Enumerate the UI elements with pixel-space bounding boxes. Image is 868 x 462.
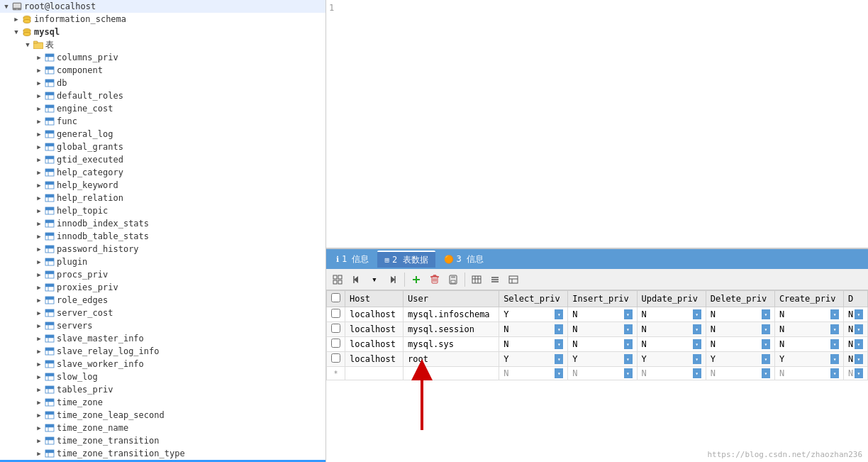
- cell-delete_priv[interactable]: N ▾: [706, 307, 774, 322]
- sidebar-item-table-time_zone_name[interactable]: ▶ time_zone_name: [0, 422, 326, 434]
- sidebar-item-table-password_history[interactable]: ▶ password_history: [0, 243, 326, 255]
- cell-insert_priv[interactable]: Y ▾: [568, 352, 637, 367]
- tab-data2[interactable]: ⊞ 2 表数据: [377, 251, 435, 268]
- col-delete-priv[interactable]: Delete_priv: [706, 291, 774, 307]
- dropdown-d[interactable]: ▾: [855, 354, 863, 364]
- col-select-priv[interactable]: Select_priv: [499, 291, 568, 307]
- dropdown-delete_priv[interactable]: ▾: [762, 324, 770, 334]
- table-row[interactable]: localhost mysql.infoschema Y ▾ N ▾ N ▾: [327, 307, 868, 322]
- sidebar-item-table-plugin[interactable]: ▶ plugin: [0, 255, 326, 268]
- dropdown-insert_priv[interactable]: ▾: [624, 309, 633, 319]
- cell-select_priv[interactable]: N ▾: [499, 322, 568, 337]
- new-dropdown-4[interactable]: ▾: [830, 368, 839, 378]
- col-view-button[interactable]: [468, 272, 485, 287]
- expand-columns_priv[interactable]: ▶: [34, 53, 44, 62]
- cell-select_priv[interactable]: N ▾: [499, 337, 568, 352]
- expand-proxies_priv[interactable]: ▶: [34, 282, 44, 292]
- dropdown-update_priv[interactable]: ▾: [693, 324, 701, 334]
- expand-db[interactable]: ▶: [34, 78, 44, 88]
- new-cell-5[interactable]: N ▾: [844, 367, 868, 380]
- nav-dropdown-button[interactable]: ▾: [366, 272, 383, 287]
- sidebar-item-table-gtid_executed[interactable]: ▶ gtid_executed: [0, 153, 326, 166]
- dropdown-create_priv[interactable]: ▾: [830, 324, 839, 334]
- expand-global_grants[interactable]: ▶: [34, 142, 44, 152]
- col-d[interactable]: D: [844, 291, 868, 307]
- sidebar-item-table-slave_relay_log_info[interactable]: ▶ slave_relay_log_info: [0, 345, 326, 358]
- cell-update_priv[interactable]: N ▾: [637, 337, 706, 352]
- new-dropdown-0[interactable]: ▾: [555, 368, 563, 378]
- expand-slow_log[interactable]: ▶: [34, 372, 44, 382]
- cell-host[interactable]: localhost: [345, 352, 404, 367]
- cell-update_priv[interactable]: N ▾: [637, 307, 706, 322]
- new-dropdown-3[interactable]: ▾: [762, 368, 770, 378]
- sidebar-item-table-time_zone_transition_type[interactable]: ▶ time_zone_transition_type: [0, 447, 326, 460]
- select-all-checkbox[interactable]: [331, 293, 340, 302]
- expand-help_keyword[interactable]: ▶: [34, 180, 44, 190]
- dropdown-select_priv[interactable]: ▾: [555, 309, 563, 319]
- expand-plugin[interactable]: ▶: [34, 257, 44, 267]
- expand-root[interactable]: ▼: [1, 1, 11, 11]
- cell-select_priv[interactable]: Y ▾: [499, 307, 568, 322]
- expand-innodb_table_stats[interactable]: ▶: [34, 231, 44, 241]
- cell-delete_priv[interactable]: Y ▾: [706, 352, 774, 367]
- new-cell-0[interactable]: N ▾: [499, 367, 568, 380]
- expand-component[interactable]: ▶: [34, 65, 44, 75]
- new-cell-3[interactable]: N ▾: [706, 367, 774, 380]
- sidebar-item-table-time_zone[interactable]: ▶ time_zone: [0, 396, 326, 409]
- dropdown-d[interactable]: ▾: [855, 309, 863, 319]
- expand-help_category[interactable]: ▶: [34, 167, 44, 177]
- expand-server_cost[interactable]: ▶: [34, 308, 44, 318]
- cell-host[interactable]: localhost: [345, 337, 404, 352]
- dropdown-update_priv[interactable]: ▾: [693, 309, 701, 319]
- cell-d[interactable]: N ▾: [844, 337, 868, 352]
- expand-slave_master_info[interactable]: ▶: [34, 334, 44, 343]
- sidebar-item-table-engine_cost[interactable]: ▶ engine_cost: [0, 102, 326, 115]
- expand-time_zone_transition_type[interactable]: ▶: [34, 449, 44, 458]
- cell-d[interactable]: N ▾: [844, 322, 868, 337]
- row-checkbox[interactable]: [331, 339, 340, 348]
- expand-slave_relay_log_info[interactable]: ▶: [34, 346, 44, 356]
- cell-select_priv[interactable]: Y ▾: [499, 352, 568, 367]
- dropdown-update_priv[interactable]: ▾: [693, 339, 701, 349]
- dropdown-update_priv[interactable]: ▾: [693, 354, 701, 364]
- cell-user[interactable]: mysql.infoschema: [404, 307, 499, 322]
- sidebar-item-table-time_zone_transition[interactable]: ▶ time_zone_transition: [0, 434, 326, 447]
- new-cell-user[interactable]: [404, 367, 499, 380]
- cell-user[interactable]: mysql.session: [404, 322, 499, 337]
- nav-next-button[interactable]: [384, 272, 401, 287]
- expand-time_zone_name[interactable]: ▶: [34, 423, 44, 433]
- dropdown-d[interactable]: ▾: [855, 324, 863, 334]
- save-button[interactable]: [445, 272, 462, 287]
- col-insert-priv[interactable]: Insert_priv: [568, 291, 637, 307]
- sidebar-item-table-general_log[interactable]: ▶ general_log: [0, 128, 326, 141]
- cell-d[interactable]: N ▾: [844, 307, 868, 322]
- expand-help_relation[interactable]: ▶: [34, 193, 44, 203]
- expand-help_topic[interactable]: ▶: [34, 206, 44, 216]
- expand-general_log[interactable]: ▶: [34, 129, 44, 139]
- cell-create_priv[interactable]: N ▾: [774, 337, 843, 352]
- cell-insert_priv[interactable]: N ▾: [568, 337, 637, 352]
- expand-tables[interactable]: ▼: [23, 40, 33, 50]
- sidebar-item-table-slave_worker_info[interactable]: ▶ slave_worker_info: [0, 358, 326, 370]
- new-cell-1[interactable]: N ▾: [568, 367, 637, 380]
- cell-insert_priv[interactable]: N ▾: [568, 322, 637, 337]
- col-user[interactable]: User: [404, 291, 499, 307]
- sidebar-item-table-global_grants[interactable]: ▶ global_grants: [0, 141, 326, 153]
- expand-tables_priv[interactable]: ▶: [34, 385, 44, 395]
- expand-gtid_executed[interactable]: ▶: [34, 155, 44, 165]
- sidebar-item-table-help_category[interactable]: ▶ help_category: [0, 166, 326, 179]
- table-row-new[interactable]: * N ▾ N ▾ N ▾ N ▾: [327, 367, 868, 380]
- list-view-button[interactable]: [486, 272, 503, 287]
- add-row-button[interactable]: [408, 272, 425, 287]
- sidebar-item-table-help_relation[interactable]: ▶ help_relation: [0, 192, 326, 204]
- sidebar-item-table-time_zone_leap_second[interactable]: ▶ time_zone_leap_second: [0, 409, 326, 422]
- sidebar-item-table-db[interactable]: ▶ db: [0, 77, 326, 89]
- sidebar-item-table-default_roles[interactable]: ▶ default_roles: [0, 89, 326, 102]
- sidebar-item-table-component[interactable]: ▶ component: [0, 64, 326, 77]
- cell-create_priv[interactable]: N ▾: [774, 307, 843, 322]
- dropdown-delete_priv[interactable]: ▾: [762, 354, 770, 364]
- sidebar-item-table-slave_master_info[interactable]: ▶ slave_master_info: [0, 332, 326, 345]
- dropdown-select_priv[interactable]: ▾: [555, 354, 563, 364]
- expand-mysql[interactable]: ▼: [11, 27, 21, 37]
- cell-user[interactable]: mysql.sys: [404, 337, 499, 352]
